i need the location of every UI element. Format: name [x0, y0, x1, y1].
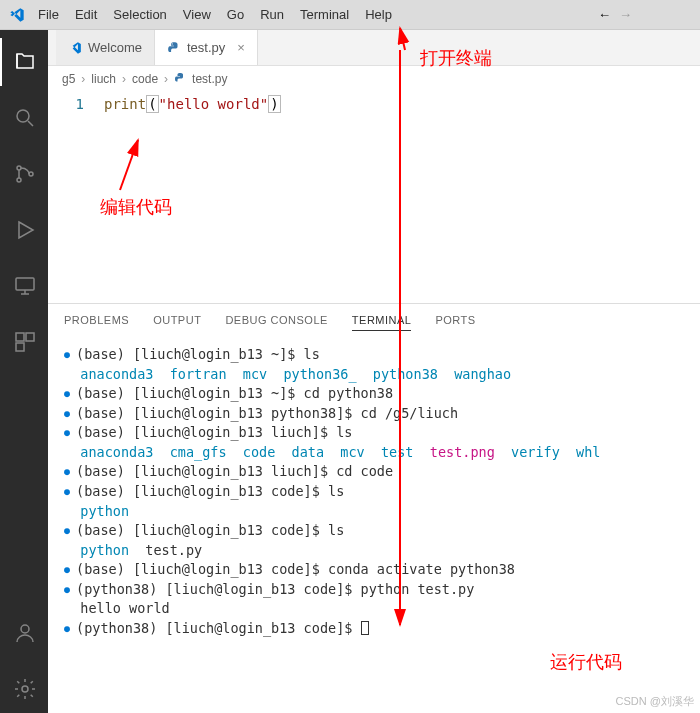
- panel-tab-debug-console[interactable]: DEBUG CONSOLE: [225, 314, 327, 331]
- chevron-right-icon: ›: [122, 72, 126, 86]
- svg-point-9: [22, 686, 28, 692]
- vscode-icon: [68, 41, 82, 55]
- svg-rect-6: [26, 333, 34, 341]
- terminal-line: python: [64, 502, 684, 522]
- menu-items: FileEditSelectionViewGoRunTerminalHelp: [30, 3, 400, 26]
- tab-test-py[interactable]: test.py×: [155, 30, 258, 65]
- prompt-bullet-icon: ●: [64, 349, 76, 360]
- python-icon: [174, 72, 186, 87]
- prompt-bullet-icon: ●: [64, 408, 76, 419]
- panel-tab-output[interactable]: OUTPUT: [153, 314, 201, 331]
- nav-arrows: ← →: [598, 7, 692, 22]
- breadcrumb-item[interactable]: code: [132, 72, 158, 86]
- menu-go[interactable]: Go: [219, 3, 252, 26]
- code-editor[interactable]: 1 print("hello world"): [48, 92, 700, 116]
- tab-label: test.py: [187, 40, 225, 55]
- terminal-cursor: [361, 621, 369, 635]
- terminal-line: ● (base) [liuch@login_b13 liuch]$ cd cod…: [64, 462, 684, 482]
- terminal-line: anaconda3 cma_gfs code data mcv test tes…: [64, 443, 684, 463]
- prompt-bullet-icon: ●: [64, 466, 76, 477]
- terminal-line: ● (base) [liuch@login_b13 liuch]$ ls: [64, 423, 684, 443]
- prompt-bullet-icon: ●: [64, 525, 76, 536]
- svg-rect-4: [16, 278, 34, 290]
- panel-tabs: PROBLEMSOUTPUTDEBUG CONSOLETERMINALPORTS: [48, 304, 700, 341]
- svg-rect-7: [16, 343, 24, 351]
- source-control-icon[interactable]: [0, 150, 48, 198]
- chevron-right-icon: ›: [81, 72, 85, 86]
- code-content: print("hello world"): [104, 96, 281, 112]
- nav-forward-icon[interactable]: →: [619, 7, 632, 22]
- svg-point-8: [21, 625, 29, 633]
- terminal-line: ● (python38) [liuch@login_b13 code]$: [64, 619, 684, 639]
- chevron-right-icon: ›: [164, 72, 168, 86]
- search-icon[interactable]: [0, 94, 48, 142]
- terminal-line: ● (python38) [liuch@login_b13 code]$ pyt…: [64, 580, 684, 600]
- prompt-bullet-icon: ●: [64, 388, 76, 399]
- explorer-icon[interactable]: [0, 38, 48, 86]
- remote-icon[interactable]: [0, 262, 48, 310]
- menu-view[interactable]: View: [175, 3, 219, 26]
- svg-point-10: [172, 43, 173, 44]
- terminal-line: ● (base) [liuch@login_b13 code]$ ls: [64, 482, 684, 502]
- prompt-bullet-icon: ●: [64, 564, 76, 575]
- terminal-line: ● (base) [liuch@login_b13 ~]$ cd python3…: [64, 384, 684, 404]
- menu-terminal[interactable]: Terminal: [292, 3, 357, 26]
- svg-point-0: [17, 110, 29, 122]
- menu-selection[interactable]: Selection: [105, 3, 174, 26]
- panel-tab-ports[interactable]: PORTS: [435, 314, 475, 331]
- prompt-bullet-icon: ●: [64, 427, 76, 438]
- tab-welcome[interactable]: Welcome: [56, 30, 155, 65]
- breadcrumb-item[interactable]: liuch: [91, 72, 116, 86]
- menu-run[interactable]: Run: [252, 3, 292, 26]
- account-icon[interactable]: [0, 609, 48, 657]
- panel-tab-problems[interactable]: PROBLEMS: [64, 314, 129, 331]
- tab-label: Welcome: [88, 40, 142, 55]
- terminal-line: ● (base) [liuch@login_b13 python38]$ cd …: [64, 404, 684, 424]
- line-number: 1: [48, 96, 104, 112]
- vscode-logo-icon: [8, 6, 26, 24]
- svg-point-2: [17, 178, 21, 182]
- python-icon: [167, 41, 181, 55]
- watermark: CSDN @刘溪华: [616, 694, 694, 709]
- extensions-icon[interactable]: [0, 318, 48, 366]
- prompt-bullet-icon: ●: [64, 584, 76, 595]
- panel-tab-terminal[interactable]: TERMINAL: [352, 314, 412, 331]
- terminal-line: ● (base) [liuch@login_b13 ~]$ ls: [64, 345, 684, 365]
- editor-tabs: Welcometest.py×: [48, 30, 700, 66]
- breadcrumb[interactable]: g5›liuch›code› test.py: [48, 66, 700, 92]
- breadcrumb-item[interactable]: g5: [62, 72, 75, 86]
- menu-help[interactable]: Help: [357, 3, 400, 26]
- menu-file[interactable]: File: [30, 3, 67, 26]
- prompt-bullet-icon: ●: [64, 623, 76, 634]
- terminal-line: ● (base) [liuch@login_b13 code]$ ls: [64, 521, 684, 541]
- svg-rect-5: [16, 333, 24, 341]
- breadcrumb-item[interactable]: test.py: [192, 72, 227, 86]
- prompt-bullet-icon: ●: [64, 486, 76, 497]
- activity-bar: [0, 30, 48, 713]
- settings-gear-icon[interactable]: [0, 665, 48, 713]
- menubar: FileEditSelectionViewGoRunTerminalHelp ←…: [0, 0, 700, 30]
- terminal-line: hello world: [64, 599, 684, 619]
- terminal-line: anaconda3 fortran mcv python36_ python38…: [64, 365, 684, 385]
- svg-point-1: [17, 166, 21, 170]
- run-debug-icon[interactable]: [0, 206, 48, 254]
- terminal-line: ● (base) [liuch@login_b13 code]$ conda a…: [64, 560, 684, 580]
- nav-back-icon[interactable]: ←: [598, 7, 611, 22]
- terminal-line: python test.py: [64, 541, 684, 561]
- panel: PROBLEMSOUTPUTDEBUG CONSOLETERMINALPORTS…: [48, 303, 700, 713]
- menu-edit[interactable]: Edit: [67, 3, 105, 26]
- close-icon[interactable]: ×: [237, 40, 245, 55]
- terminal[interactable]: ● (base) [liuch@login_b13 ~]$ ls anacond…: [48, 341, 700, 713]
